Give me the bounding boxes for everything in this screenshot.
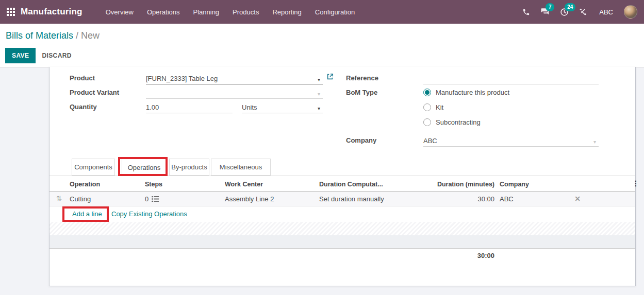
table-bottom-band: [49, 235, 635, 249]
breadcrumb: Bills of Materials / New: [6, 30, 100, 41]
row-delete-icon[interactable]: ✕: [572, 195, 583, 203]
messages-badge: 7: [546, 3, 554, 11]
messages-icon[interactable]: 7: [540, 7, 550, 17]
company-switcher[interactable]: ABC: [597, 8, 615, 16]
radio-manufacture-this-product[interactable]: Manufacture this product: [423, 88, 509, 97]
control-panel: Bills of Materials / New SAVE DISCARD: [0, 24, 644, 67]
cell-company[interactable]: ABC: [500, 195, 514, 203]
app-title[interactable]: Manufacturing: [21, 7, 82, 17]
quantity-input[interactable]: 1.00: [146, 101, 233, 113]
systray: 7 24 ABC: [521, 5, 644, 19]
col-work-center[interactable]: Work Center: [225, 181, 263, 188]
menu-reporting[interactable]: Reporting: [266, 1, 308, 23]
company-label: Company: [346, 136, 376, 144]
table-add-row: Add a line Copy Existing Operations: [49, 206, 635, 222]
radio-subcontracting[interactable]: Subcontracting: [423, 117, 481, 127]
reference-input[interactable]: [423, 72, 599, 84]
form-sheet: Product [FURN_2333] Table Leg ▾ Product …: [49, 67, 636, 286]
product-dropdown-caret[interactable]: ▾: [318, 77, 320, 82]
menu-overview[interactable]: Overview: [99, 1, 140, 23]
tab-operations[interactable]: Operations: [122, 159, 167, 176]
product-external-link-icon[interactable]: [326, 73, 334, 82]
cell-steps[interactable]: 0: [145, 195, 148, 203]
radio-label: Subcontracting: [436, 118, 481, 126]
col-steps[interactable]: Steps: [145, 181, 162, 188]
bom-type-label: BoM Type: [346, 89, 377, 96]
product-variant-dropdown-caret[interactable]: ▾: [318, 91, 320, 97]
company-dropdown-caret[interactable]: ▾: [593, 139, 596, 145]
form-background: Product [FURN_2333] Table Leg ▾ Product …: [0, 67, 644, 295]
col-operation[interactable]: Operation: [70, 181, 100, 188]
menu-planning[interactable]: Planning: [187, 1, 226, 23]
cell-work-center[interactable]: Assembly Line 2: [225, 195, 274, 203]
row-drag-handle-icon[interactable]: ⇅: [56, 195, 62, 202]
product-variant-label: Product Variant: [70, 89, 119, 96]
tab-miscellaneous[interactable]: Miscellaneous: [211, 159, 271, 176]
cell-duration-computation[interactable]: Set duration manually: [319, 195, 384, 203]
reference-label: Reference: [346, 74, 378, 82]
menu-products[interactable]: Products: [226, 1, 266, 23]
discard-button[interactable]: DISCARD: [36, 48, 77, 63]
company-value: ABC: [423, 137, 437, 145]
product-value: [FURN_2333] Table Leg: [146, 75, 218, 82]
main-menu: Overview Operations Planning Products Re…: [99, 1, 361, 23]
radio-kit[interactable]: Kit: [423, 102, 443, 112]
menu-configuration[interactable]: Configuration: [308, 1, 361, 23]
col-duration-computation[interactable]: Duration Computat...: [319, 181, 383, 188]
operations-table-header: Operation Steps Work Center Duration Com…: [49, 178, 635, 192]
tab-by-products[interactable]: By-products: [169, 159, 209, 176]
duration-total: 30:00: [410, 252, 494, 259]
radio-unselected-icon[interactable]: [423, 103, 431, 111]
steps-list-icon[interactable]: [152, 196, 159, 204]
cell-duration[interactable]: 30:00: [410, 195, 494, 203]
breadcrumb-bills-of-materials[interactable]: Bills of Materials: [6, 30, 73, 41]
activities-badge: 24: [565, 3, 575, 11]
table-empty-stripes: [49, 222, 635, 235]
product-variant-input[interactable]: ▾: [146, 86, 323, 99]
radio-label: Kit: [436, 103, 443, 111]
col-duration-minutes[interactable]: Duration (minutes): [410, 181, 494, 188]
uom-dropdown-caret[interactable]: ▾: [318, 106, 320, 111]
radio-selected-icon[interactable]: [423, 89, 431, 96]
activities-clock-icon[interactable]: 24: [559, 7, 569, 17]
menu-operations[interactable]: Operations: [140, 1, 187, 23]
company-input[interactable]: ABC ▾: [423, 134, 599, 147]
table-row-cutting[interactable]: ⇅ Cutting 0 Assembly Line 2 Set duration…: [49, 192, 635, 206]
uom-input[interactable]: Units ▾: [242, 101, 323, 113]
phone-icon[interactable]: [521, 7, 531, 17]
radio-label: Manufacture this product: [436, 89, 509, 96]
quantity-label: Quantity: [70, 103, 97, 111]
quantity-value: 1.00: [146, 103, 159, 111]
tools-icon[interactable]: [578, 7, 588, 17]
top-navbar: Manufacturing Overview Operations Planni…: [0, 0, 644, 24]
apps-menu-icon[interactable]: [7, 8, 15, 16]
tab-components[interactable]: Components: [72, 159, 115, 176]
copy-existing-operations-link[interactable]: Copy Existing Operations: [111, 210, 187, 218]
odoo-manufacturing-screen: Manufacturing Overview Operations Planni…: [0, 0, 644, 295]
cell-operation[interactable]: Cutting: [70, 195, 91, 203]
product-label: Product: [70, 74, 95, 82]
uom-value: Units: [242, 103, 257, 111]
control-panel-buttons: SAVE DISCARD: [5, 48, 78, 63]
breadcrumb-new: New: [81, 30, 100, 41]
product-input[interactable]: [FURN_2333] Table Leg ▾: [146, 72, 323, 84]
save-button[interactable]: SAVE: [5, 48, 36, 63]
breadcrumb-separator: /: [76, 30, 81, 41]
col-company[interactable]: Company: [500, 181, 529, 188]
optional-columns-icon[interactable]: ⋮: [631, 179, 640, 187]
user-avatar[interactable]: [624, 5, 637, 19]
radio-unselected-icon[interactable]: [423, 118, 431, 126]
add-a-line-link[interactable]: Add a line: [72, 210, 102, 218]
